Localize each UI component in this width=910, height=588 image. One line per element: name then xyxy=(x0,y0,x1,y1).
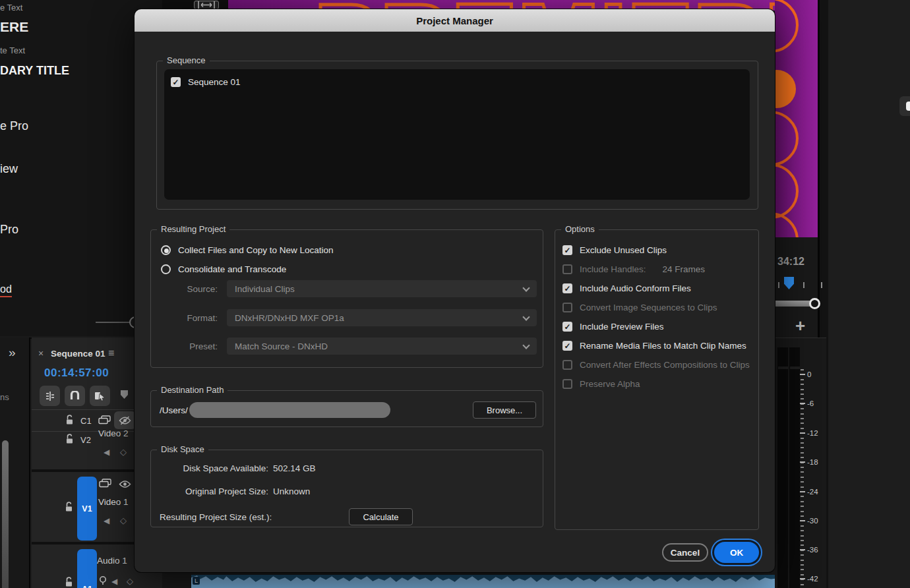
checkbox-icon[interactable]: ✓ xyxy=(562,283,572,293)
radio-collect-files[interactable]: Collect Files and Copy to New Location xyxy=(161,245,334,255)
source-field-row: Source: Individual Clips xyxy=(151,280,537,297)
add-marker-icon[interactable] xyxy=(120,390,129,402)
caption-visibility-button[interactable] xyxy=(114,411,136,429)
track-v2-name[interactable]: V2 xyxy=(80,435,91,445)
track-lock-icon[interactable] xyxy=(65,577,73,588)
option-label: Exclude Unused Clips xyxy=(580,245,667,255)
previous-keyframe-icon[interactable]: ◀ xyxy=(104,516,109,525)
track-a1-label[interactable]: Audio 1 xyxy=(97,556,127,566)
track-v1-target-badge[interactable]: V1 xyxy=(77,477,97,541)
handles-frames-value[interactable]: 24 Frames xyxy=(663,264,706,274)
previous-keyframe-icon[interactable]: ◀ xyxy=(111,577,117,586)
browse-button[interactable]: Browse... xyxy=(473,401,536,419)
project-item-clipped[interactable]: ERE xyxy=(0,19,28,35)
ripple-edit-tool-icon[interactable] xyxy=(194,1,219,9)
panel-expand-icon[interactable]: » xyxy=(9,345,16,360)
track-output-eye-icon[interactable] xyxy=(119,479,131,491)
voiceover-record-icon[interactable] xyxy=(99,575,107,588)
snap-button[interactable] xyxy=(65,386,85,406)
add-keyframe-icon[interactable]: ◇ xyxy=(127,576,133,586)
checkbox-icon[interactable]: ✓ xyxy=(562,264,572,274)
project-item-clipped[interactable]: e Pro xyxy=(0,119,28,133)
checkbox-icon[interactable]: ✓ xyxy=(562,303,572,312)
meter-scale-label: -24 xyxy=(800,488,818,496)
check-icon: ✓ xyxy=(564,323,570,331)
radio-icon[interactable] xyxy=(161,245,171,255)
check-icon: ✓ xyxy=(564,247,570,254)
add-keyframe-icon[interactable]: ◇ xyxy=(120,447,127,457)
option-include-handles[interactable]: ✓ Include Handles: 24 Frames xyxy=(562,264,705,274)
checkbox-icon[interactable]: ✓ xyxy=(562,245,572,255)
previous-keyframe-icon[interactable]: ◀ xyxy=(104,448,109,457)
captions-track-icon[interactable] xyxy=(98,415,111,427)
cancel-button[interactable]: Cancel xyxy=(662,543,708,562)
track-v1-label[interactable]: Video 1 xyxy=(98,497,129,507)
timeline-current-timecode[interactable]: 00:14:57:00 xyxy=(44,367,109,380)
track-lock-icon[interactable] xyxy=(65,502,73,515)
linked-selection-icon xyxy=(94,391,106,401)
radio-consolidate-transcode[interactable]: Consolidate and Transcode xyxy=(161,264,286,274)
radio-consolidate-label: Consolidate and Transcode xyxy=(178,264,286,274)
audio-clip[interactable]: L xyxy=(191,575,777,588)
sync-lock-icon[interactable] xyxy=(99,479,111,490)
tab-sequence-01[interactable]: Sequence 01 xyxy=(51,349,106,359)
track-a1-target-badge[interactable]: A1 xyxy=(77,549,97,588)
chevron-down-icon xyxy=(522,313,530,320)
timeline-vertical-scrollbar[interactable] xyxy=(2,440,9,588)
format-dropdown[interactable]: DNxHR/DNxHD MXF OP1a xyxy=(227,309,537,326)
track-lock-icon[interactable] xyxy=(65,415,74,428)
linked-selection-button[interactable] xyxy=(90,386,110,406)
option-label: Include Preview Files xyxy=(580,322,664,332)
sequence-checkbox[interactable]: ✓ xyxy=(171,77,181,87)
meter-scale-label: -36 xyxy=(800,546,818,554)
tab-close-icon[interactable]: × xyxy=(38,348,44,359)
monitor-zoom-slider-knob[interactable] xyxy=(809,298,820,309)
project-item-clipped[interactable]: e Text xyxy=(0,3,22,13)
project-item-clipped[interactable]: te Text xyxy=(0,45,25,55)
option-include-preview-files[interactable]: ✓ Include Preview Files xyxy=(562,322,664,332)
button-editor-plus-button[interactable]: + xyxy=(795,316,805,336)
source-dropdown[interactable]: Individual Clips xyxy=(227,280,537,297)
disk-space-available-row: Disk Space Available: 502.14 GB xyxy=(151,463,316,473)
source-dropdown-value: Individual Clips xyxy=(235,284,295,294)
option-convert-image-sequences[interactable]: ✓ Convert Image Sequences to Clips xyxy=(562,303,717,312)
project-item-clipped[interactable]: DARY TITLE xyxy=(0,64,69,78)
ok-button-label: OK xyxy=(730,548,743,558)
preset-dropdown[interactable]: Match Source - DNxHD xyxy=(227,338,537,355)
radio-icon[interactable] xyxy=(161,264,171,274)
nest-sequence-button[interactable] xyxy=(40,386,60,406)
checkbox-icon[interactable]: ✓ xyxy=(562,360,572,370)
sequence-list-item[interactable]: ✓ Sequence 01 xyxy=(171,77,241,87)
checkbox-icon[interactable]: ✓ xyxy=(562,379,572,389)
project-item-clipped[interactable]: iew xyxy=(0,162,18,176)
project-item-clipped[interactable]: Pro xyxy=(0,223,18,237)
panel-menu-icon[interactable]: ≡ xyxy=(108,347,114,359)
meter-channel-divider xyxy=(788,347,789,588)
meter-scale-label: -6 xyxy=(800,399,814,407)
redacted-username-pill xyxy=(189,402,390,418)
meter-scale-label: 0 xyxy=(800,370,811,378)
format-field-row: Format: DNxHR/DNxHD MXF OP1a xyxy=(151,309,537,326)
monitor-graphic-circle xyxy=(775,163,799,219)
add-keyframe-icon[interactable]: ◇ xyxy=(120,515,127,525)
option-preserve-alpha[interactable]: ✓ Preserve Alpha xyxy=(562,379,640,389)
radio-collect-files-label: Collect Files and Copy to New Location xyxy=(178,245,334,255)
track-lock-icon[interactable] xyxy=(65,434,74,447)
dialog-titlebar[interactable]: Project Manager xyxy=(135,9,775,32)
track-c1-name[interactable]: C1 xyxy=(80,416,92,426)
sequence-item-label: Sequence 01 xyxy=(188,77,241,87)
chevron-down-icon xyxy=(522,341,530,349)
option-include-audio-conform[interactable]: ✓ Include Audio Conform Files xyxy=(562,283,691,293)
checkbox-icon[interactable]: ✓ xyxy=(562,322,572,332)
check-icon: ✓ xyxy=(564,342,570,350)
ok-button[interactable]: OK xyxy=(714,542,759,563)
preset-field-row: Preset: Match Source - DNxHD xyxy=(151,338,537,355)
track-v2-label[interactable]: Video 2 xyxy=(98,428,129,438)
option-label: Preserve Alpha xyxy=(580,379,640,389)
calculate-button[interactable]: Calculate xyxy=(349,508,413,525)
option-convert-ae-comps[interactable]: ✓ Convert After Effects Compositions to … xyxy=(562,360,750,370)
checkbox-icon[interactable]: ✓ xyxy=(562,341,572,351)
option-exclude-unused-clips[interactable]: ✓ Exclude Unused Clips xyxy=(562,245,667,255)
option-rename-media-files[interactable]: ✓ Rename Media Files to Match Clip Names xyxy=(562,341,746,351)
project-item-clipped[interactable]: od xyxy=(0,283,12,297)
